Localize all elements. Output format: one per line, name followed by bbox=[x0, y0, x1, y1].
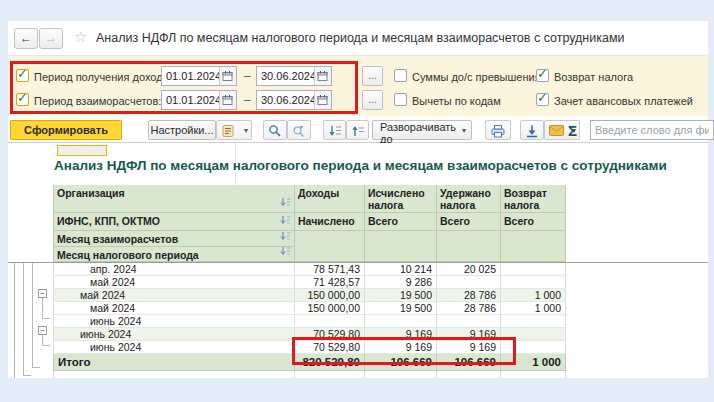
returned-value bbox=[501, 263, 566, 276]
settings-button[interactable]: Настройки... bbox=[148, 120, 216, 140]
tax-return-checkbox[interactable]: ✓ bbox=[536, 69, 549, 82]
collapse-groups-button[interactable] bbox=[346, 120, 369, 140]
total-label: Итого bbox=[53, 354, 295, 371]
sort-icon[interactable] bbox=[280, 197, 291, 209]
table-group-row[interactable]: июнь 2024 70 529,80 9 169 9 169 bbox=[53, 328, 566, 341]
empty-cell bbox=[437, 371, 501, 378]
header-organization[interactable]: Организация bbox=[53, 185, 295, 213]
calculated-value: 9 286 bbox=[365, 276, 437, 289]
advance-offset-label: Зачет авансовых платежей bbox=[554, 95, 693, 107]
row-label: апр. 2024 bbox=[53, 263, 295, 276]
report-sheet: Анализ НДФЛ по месяцам налогового период… bbox=[8, 143, 708, 378]
calculated-value: 9 169 bbox=[365, 341, 437, 354]
sums-over-limit-checkbox[interactable] bbox=[394, 69, 407, 82]
forward-icon: → bbox=[45, 31, 57, 45]
header-ifns[interactable]: ИФНС, КПП, ОКТМО bbox=[53, 213, 295, 231]
header-withheld-tax[interactable]: Удержано налога bbox=[437, 185, 501, 213]
calendar-icon[interactable] bbox=[219, 67, 236, 85]
subheader-accrued[interactable]: Начислено bbox=[295, 213, 365, 231]
total-withheld-value: 106 669 bbox=[437, 354, 501, 371]
filter-word-input[interactable] bbox=[590, 120, 714, 140]
period-income-more-button[interactable]: ... bbox=[362, 66, 383, 86]
back-icon: ← bbox=[20, 31, 32, 45]
period-settlements-from-field[interactable]: 01.01.2024 bbox=[161, 90, 237, 110]
period-settlements-more-button[interactable]: ... bbox=[362, 90, 383, 110]
autosum-sigma-icon[interactable]: Σ bbox=[568, 122, 577, 139]
calculated-value: 19 500 bbox=[365, 302, 437, 315]
table-row[interactable]: май 2024 150 000,00 19 500 28 786 1 000 bbox=[53, 302, 566, 315]
returned-value bbox=[501, 276, 566, 289]
calendar-icon[interactable] bbox=[314, 91, 331, 109]
expand-to-button[interactable]: Разворачивать до ▾ bbox=[372, 120, 472, 140]
empty-cell bbox=[501, 371, 566, 378]
cell-cursor[interactable] bbox=[57, 145, 107, 156]
sort-icon[interactable] bbox=[280, 215, 291, 227]
table-group-row[interactable]: май 2024 150 000,00 19 500 28 786 1 000 bbox=[53, 289, 566, 302]
tree-line bbox=[23, 263, 24, 375]
subheader-total-returned[interactable]: Всего bbox=[501, 213, 566, 231]
search-next-icon bbox=[292, 124, 306, 138]
report-title: Анализ НДФЛ по месяцам налогового период… bbox=[54, 158, 667, 173]
tree-line bbox=[42, 298, 43, 318]
printer-icon bbox=[490, 124, 506, 138]
collapse-group-icon[interactable]: − bbox=[38, 289, 47, 298]
tax-return-label: Возврат налога bbox=[554, 71, 633, 83]
report-variants-button[interactable]: ▾ bbox=[216, 120, 252, 140]
withheld-value bbox=[437, 315, 501, 328]
table-row[interactable]: апр. 2024 78 571,43 10 214 20 025 bbox=[53, 263, 566, 276]
table-row[interactable]: июнь 2024 70 529,80 9 169 9 169 bbox=[53, 341, 566, 354]
generate-button[interactable]: Сформировать bbox=[10, 120, 122, 140]
table-row[interactable]: июнь 2024 bbox=[53, 315, 566, 328]
settings-label: Настройки... bbox=[150, 124, 213, 136]
back-button[interactable]: ← bbox=[14, 28, 38, 49]
period-settlements-checkbox[interactable]: ✓ bbox=[16, 93, 29, 106]
row-label: июнь 2024 bbox=[53, 341, 295, 354]
sort-icon[interactable] bbox=[280, 231, 291, 243]
income-value: 70 529,80 bbox=[295, 341, 365, 354]
report-variants-icon bbox=[221, 124, 235, 138]
income-value: 70 529,80 bbox=[295, 328, 365, 341]
period-income-from-field[interactable]: 01.01.2024 bbox=[161, 66, 237, 86]
date-value: 01.01.2024 bbox=[166, 94, 221, 106]
income-value: 150 000,00 bbox=[295, 302, 365, 315]
deductions-by-codes-checkbox[interactable] bbox=[394, 93, 407, 106]
subheader-total-calc[interactable]: Всего bbox=[365, 213, 437, 231]
header-label: Всего bbox=[368, 215, 398, 227]
print-button[interactable] bbox=[485, 120, 511, 140]
favorite-star-icon[interactable]: ☆ bbox=[74, 28, 87, 46]
row-label: май 2024 bbox=[53, 289, 295, 302]
calendar-icon[interactable] bbox=[219, 91, 236, 109]
search-next-button[interactable] bbox=[287, 120, 311, 140]
total-income-value: 820 529,80 bbox=[295, 354, 365, 371]
period-income-checkbox[interactable]: ✓ bbox=[16, 69, 29, 82]
header-month-tax-period[interactable]: Месяц налогового периода bbox=[53, 247, 295, 262]
sort-icon[interactable] bbox=[280, 246, 291, 258]
header-income[interactable]: Доходы bbox=[295, 185, 365, 213]
period-income-to-field[interactable]: 30.06.2024 bbox=[256, 66, 332, 86]
expand-groups-button[interactable] bbox=[323, 120, 346, 140]
header-label: Начислено bbox=[298, 215, 355, 227]
advance-offset-checkbox[interactable]: ✓ bbox=[536, 93, 549, 106]
total-row[interactable]: Итого 820 529,80 106 669 106 669 1 000 bbox=[53, 354, 566, 371]
caret-down-icon: ▾ bbox=[244, 126, 248, 135]
header-label: Доходы bbox=[298, 187, 339, 199]
table-row[interactable] bbox=[53, 371, 566, 378]
period-settlements-to-field[interactable]: 30.06.2024 bbox=[256, 90, 332, 110]
calculated-value: 10 214 bbox=[365, 263, 437, 276]
check-icon: ✓ bbox=[17, 90, 28, 105]
header-label: Всего bbox=[504, 215, 534, 227]
table-row[interactable]: май 2024 71 428,57 9 286 bbox=[53, 276, 566, 289]
subheader-total-withheld[interactable]: Всего bbox=[437, 213, 501, 231]
forward-button[interactable]: → bbox=[39, 28, 63, 49]
date-value: 30.06.2024 bbox=[261, 70, 316, 82]
header-returned-tax[interactable]: Возврат налога bbox=[501, 185, 566, 213]
withheld-value: 28 786 bbox=[437, 289, 501, 302]
header-month-settlements[interactable]: Месяц взаиморасчетов bbox=[53, 231, 295, 247]
empty-cell bbox=[365, 371, 437, 378]
collapse-group-icon[interactable]: − bbox=[38, 326, 47, 335]
search-button[interactable] bbox=[263, 120, 287, 140]
header-calculated-tax[interactable]: Исчислено налога bbox=[365, 185, 437, 213]
calendar-icon[interactable] bbox=[314, 67, 331, 85]
header-label: Месяц налогового периода bbox=[57, 249, 199, 261]
save-file-button[interactable] bbox=[520, 120, 544, 140]
